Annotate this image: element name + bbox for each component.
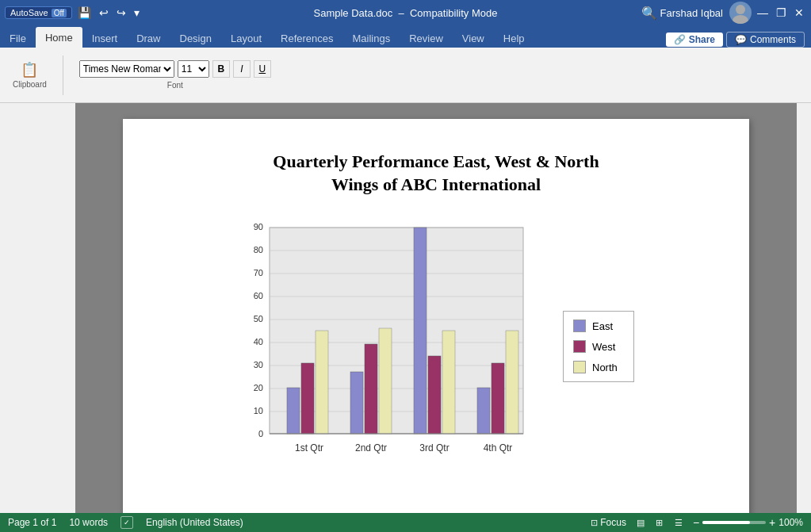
document-heading: Quarterly Performance East, West & North… — [170, 151, 702, 196]
tab-draw[interactable]: Draw — [127, 29, 170, 48]
zoom-in-button[interactable]: + — [769, 516, 775, 529]
ribbon-area: AutoSave Off 💾 ↩ ↪ ▾ Sample Data.doc – C… — [0, 0, 811, 103]
svg-rect-33 — [492, 363, 504, 434]
user-name: Farshad Iqbal — [660, 7, 724, 19]
save-button[interactable]: 💾 — [75, 5, 94, 21]
clipboard-icons: 📋 — [21, 61, 38, 78]
document-area[interactable]: Quarterly Performance East, West & North… — [75, 103, 797, 513]
svg-text:40: 40 — [254, 337, 263, 346]
chart-container: 0 10 20 30 40 50 60 70 80 90 — [238, 220, 634, 473]
svg-point-0 — [736, 5, 745, 14]
legend-north-color — [573, 361, 586, 373]
proofing-icon[interactable]: ✓ — [121, 516, 133, 529]
tab-layout[interactable]: Layout — [221, 29, 271, 48]
svg-point-1 — [733, 15, 748, 24]
ribbon-content: 📋 Clipboard Times New Roman 11 B I U Fon… — [0, 48, 811, 103]
chart-legend: East West North — [563, 311, 634, 382]
ribbon-tabs-row: File Home Insert Draw Design Layout Refe… — [0, 25, 811, 48]
avatar — [729, 2, 752, 24]
autosave-toggle[interactable]: Off — [52, 9, 67, 17]
tab-home[interactable]: Home — [36, 27, 82, 48]
title-bar-row: AutoSave Off 💾 ↩ ↪ ▾ Sample Data.doc – C… — [0, 0, 811, 25]
zoom-control: − + 100% — [693, 516, 803, 529]
ribbon-right-actions: 🔗Share 💬Comments — [660, 32, 811, 48]
legend-north: North — [573, 361, 624, 373]
main-area: Quarterly Performance East, West & North… — [0, 103, 811, 513]
autosave-label: AutoSave — [10, 8, 48, 17]
quick-access-toolbar: AutoSave Off 💾 ↩ ↪ ▾ — [5, 5, 142, 21]
svg-text:60: 60 — [254, 291, 263, 300]
svg-rect-25 — [316, 331, 328, 434]
status-bar-right: ⊡ Focus ▤ ⊞ ☰ − + 100% — [591, 516, 803, 529]
divider — [63, 55, 63, 95]
close-button[interactable]: ✕ — [792, 5, 806, 21]
svg-rect-28 — [379, 328, 392, 434]
left-sidebar — [0, 103, 75, 513]
svg-rect-27 — [365, 344, 377, 434]
svg-text:30: 30 — [254, 360, 263, 369]
font-size-selector[interactable]: 11 — [178, 60, 209, 78]
legend-west-color — [573, 340, 586, 353]
svg-text:20: 20 — [254, 383, 263, 392]
zoom-out-button[interactable]: − — [693, 516, 699, 529]
legend-east-color — [573, 320, 586, 332]
word-count: 10 words — [69, 517, 108, 528]
undo-button[interactable]: ↩ — [97, 5, 111, 21]
title-right-controls: 🔍 Farshad Iqbal — ❐ ✕ — [641, 2, 807, 24]
font-selector[interactable]: Times New Roman — [79, 60, 174, 78]
svg-text:4th Qtr: 4th Qtr — [484, 442, 513, 454]
title-line-2: Wings of ABC International — [170, 174, 702, 197]
tab-insert[interactable]: Insert — [82, 29, 128, 48]
minimize-button[interactable]: — — [755, 5, 771, 21]
bold-button[interactable]: B — [212, 60, 230, 78]
print-layout-icon[interactable]: ▤ — [633, 516, 648, 529]
svg-rect-30 — [428, 356, 441, 434]
tab-design[interactable]: Design — [170, 29, 221, 48]
svg-rect-29 — [414, 228, 427, 434]
svg-rect-26 — [350, 372, 363, 434]
comments-button[interactable]: 💬Comments — [726, 32, 805, 48]
redo-button[interactable]: ↪ — [114, 5, 128, 21]
focus-button[interactable]: ⊡ Focus — [591, 517, 626, 528]
restore-button[interactable]: ❐ — [774, 5, 789, 21]
legend-east-label: East — [592, 320, 613, 332]
zoom-slider[interactable] — [702, 521, 766, 524]
paste-button[interactable]: 📋 — [21, 61, 38, 78]
svg-rect-24 — [301, 363, 314, 434]
italic-button[interactable]: I — [233, 60, 251, 78]
font-group: Times New Roman 11 B I U Font — [79, 60, 271, 90]
page-info: Page 1 of 1 — [8, 517, 56, 528]
bar-chart-svg: 0 10 20 30 40 50 60 70 80 90 — [238, 220, 555, 473]
chart-area: 0 10 20 30 40 50 60 70 80 90 — [238, 220, 555, 473]
underline-button[interactable]: U — [254, 60, 271, 78]
tab-file[interactable]: File — [0, 29, 36, 48]
language: English (United States) — [146, 517, 243, 528]
more-commands-button[interactable]: ▾ — [132, 5, 142, 21]
legend-west-label: West — [592, 341, 615, 353]
legend-east: East — [573, 320, 624, 332]
web-layout-icon[interactable]: ⊞ — [652, 516, 668, 529]
svg-text:90: 90 — [254, 222, 263, 232]
view-icons: ▤ ⊞ ☰ — [633, 516, 687, 529]
font-controls: Times New Roman 11 B I U — [79, 60, 271, 78]
zoom-level: 100% — [778, 517, 803, 528]
tab-mailings[interactable]: Mailings — [343, 29, 400, 48]
clipboard-group: 📋 Clipboard — [13, 61, 47, 89]
svg-text:3rd Qtr: 3rd Qtr — [419, 442, 449, 454]
tab-review[interactable]: Review — [400, 29, 453, 48]
tab-view[interactable]: View — [453, 29, 494, 48]
search-icon[interactable]: 🔍 — [641, 6, 657, 21]
legend-west: West — [573, 340, 624, 353]
chart-wrapper: 0 10 20 30 40 50 60 70 80 90 — [238, 220, 634, 473]
share-button[interactable]: 🔗Share — [666, 33, 723, 47]
tab-help[interactable]: Help — [494, 29, 534, 48]
status-bar: Page 1 of 1 10 words ✓ English (United S… — [0, 513, 811, 532]
svg-rect-23 — [287, 388, 300, 434]
autosave-button[interactable]: AutoSave Off — [5, 6, 72, 19]
read-mode-icon[interactable]: ☰ — [671, 516, 687, 529]
legend-north-label: North — [592, 362, 618, 373]
svg-text:10: 10 — [254, 406, 263, 415]
document-page: Quarterly Performance East, West & North… — [123, 119, 749, 513]
tab-references[interactable]: References — [271, 29, 342, 48]
svg-rect-31 — [442, 331, 455, 434]
